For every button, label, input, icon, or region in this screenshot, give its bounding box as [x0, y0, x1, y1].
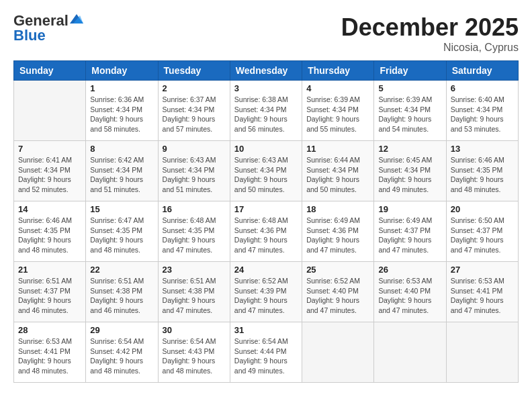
day-info: Sunrise: 6:49 AM Sunset: 4:37 PM Dayligh… [378, 216, 441, 255]
day-number: 14 [18, 204, 81, 214]
calendar-table: SundayMondayTuesdayWednesdayThursdayFrid… [13, 60, 519, 383]
day-number: 2 [163, 83, 226, 93]
day-info: Sunrise: 6:46 AM Sunset: 4:35 PM Dayligh… [18, 216, 81, 255]
calendar-cell: 2Sunrise: 6:37 AM Sunset: 4:34 PM Daylig… [158, 81, 230, 141]
calendar-cell: 28Sunrise: 6:53 AM Sunset: 4:41 PM Dayli… [14, 322, 86, 383]
calendar-cell: 30Sunrise: 6:54 AM Sunset: 4:43 PM Dayli… [158, 322, 230, 383]
day-number: 23 [163, 265, 226, 275]
logo-blue-text: Blue [13, 28, 46, 43]
day-number: 29 [90, 325, 153, 335]
day-number: 25 [306, 265, 369, 275]
day-info: Sunrise: 6:45 AM Sunset: 4:34 PM Dayligh… [378, 155, 441, 195]
calendar-cell: 8Sunrise: 6:42 AM Sunset: 4:34 PM Daylig… [86, 141, 158, 201]
day-number: 19 [378, 204, 441, 214]
calendar-cell: 13Sunrise: 6:46 AM Sunset: 4:35 PM Dayli… [446, 141, 518, 201]
day-number: 26 [378, 265, 441, 275]
calendar-cell: 31Sunrise: 6:54 AM Sunset: 4:44 PM Dayli… [230, 322, 302, 383]
day-info: Sunrise: 6:54 AM Sunset: 4:42 PM Dayligh… [90, 336, 153, 376]
month-title: December 2025 [341, 13, 519, 42]
day-info: Sunrise: 6:40 AM Sunset: 4:34 PM Dayligh… [451, 95, 514, 134]
day-info: Sunrise: 6:52 AM Sunset: 4:40 PM Dayligh… [306, 276, 369, 316]
calendar-cell: 12Sunrise: 6:45 AM Sunset: 4:34 PM Dayli… [374, 141, 446, 201]
column-header-friday: Friday [374, 61, 446, 81]
location: Nicosia, Cyprus [341, 42, 519, 54]
day-number: 6 [451, 83, 514, 93]
logo-icon [70, 14, 83, 25]
day-number: 22 [90, 265, 153, 275]
calendar-cell: 9Sunrise: 6:43 AM Sunset: 4:34 PM Daylig… [158, 141, 230, 201]
calendar-cell: 14Sunrise: 6:46 AM Sunset: 4:35 PM Dayli… [14, 201, 86, 262]
calendar-cell: 6Sunrise: 6:40 AM Sunset: 4:34 PM Daylig… [446, 81, 518, 141]
day-info: Sunrise: 6:38 AM Sunset: 4:34 PM Dayligh… [234, 95, 298, 134]
column-header-sunday: Sunday [14, 61, 86, 81]
day-info: Sunrise: 6:51 AM Sunset: 4:37 PM Dayligh… [18, 276, 81, 316]
day-number: 11 [306, 144, 369, 154]
day-number: 15 [90, 204, 153, 214]
title-block: December 2025 Nicosia, Cyprus [341, 13, 519, 54]
day-number: 30 [163, 325, 226, 335]
day-number: 27 [451, 265, 514, 275]
day-number: 20 [451, 204, 514, 214]
day-number: 28 [18, 325, 81, 335]
calendar-cell: 24Sunrise: 6:52 AM Sunset: 4:39 PM Dayli… [230, 262, 302, 322]
calendar-cell: 7Sunrise: 6:41 AM Sunset: 4:34 PM Daylig… [14, 141, 86, 201]
day-info: Sunrise: 6:51 AM Sunset: 4:38 PM Dayligh… [90, 276, 153, 316]
column-header-thursday: Thursday [302, 61, 374, 81]
day-info: Sunrise: 6:37 AM Sunset: 4:34 PM Dayligh… [163, 95, 226, 134]
day-info: Sunrise: 6:50 AM Sunset: 4:37 PM Dayligh… [451, 216, 514, 255]
day-number: 10 [234, 144, 298, 154]
day-number: 5 [378, 83, 441, 93]
day-info: Sunrise: 6:42 AM Sunset: 4:34 PM Dayligh… [90, 155, 153, 195]
day-info: Sunrise: 6:48 AM Sunset: 4:35 PM Dayligh… [163, 216, 226, 255]
day-number: 13 [451, 144, 514, 154]
calendar-cell: 19Sunrise: 6:49 AM Sunset: 4:37 PM Dayli… [374, 201, 446, 262]
day-number: 8 [90, 144, 153, 154]
page-header: General Blue December 2025 Nicosia, Cypr… [13, 13, 519, 54]
calendar-header-row: SundayMondayTuesdayWednesdayThursdayFrid… [14, 61, 519, 81]
calendar-week-row: 28Sunrise: 6:53 AM Sunset: 4:41 PM Dayli… [14, 322, 519, 383]
day-info: Sunrise: 6:54 AM Sunset: 4:44 PM Dayligh… [234, 336, 298, 376]
column-header-monday: Monday [86, 61, 158, 81]
day-info: Sunrise: 6:44 AM Sunset: 4:34 PM Dayligh… [306, 155, 369, 195]
day-number: 31 [234, 325, 298, 335]
calendar-cell: 15Sunrise: 6:47 AM Sunset: 4:35 PM Dayli… [86, 201, 158, 262]
day-info: Sunrise: 6:52 AM Sunset: 4:39 PM Dayligh… [234, 276, 298, 316]
calendar-cell: 5Sunrise: 6:39 AM Sunset: 4:34 PM Daylig… [374, 81, 446, 141]
day-info: Sunrise: 6:43 AM Sunset: 4:34 PM Dayligh… [163, 155, 226, 195]
column-header-tuesday: Tuesday [158, 61, 230, 81]
day-info: Sunrise: 6:41 AM Sunset: 4:34 PM Dayligh… [18, 155, 81, 195]
day-number: 17 [234, 204, 298, 214]
calendar-cell [14, 81, 86, 141]
day-info: Sunrise: 6:43 AM Sunset: 4:34 PM Dayligh… [234, 155, 298, 195]
logo-general-text: General [13, 13, 69, 28]
day-info: Sunrise: 6:39 AM Sunset: 4:34 PM Dayligh… [306, 95, 369, 134]
calendar-week-row: 7Sunrise: 6:41 AM Sunset: 4:34 PM Daylig… [14, 141, 519, 201]
calendar-cell: 17Sunrise: 6:48 AM Sunset: 4:36 PM Dayli… [230, 201, 302, 262]
calendar-cell: 3Sunrise: 6:38 AM Sunset: 4:34 PM Daylig… [230, 81, 302, 141]
calendar-week-row: 21Sunrise: 6:51 AM Sunset: 4:37 PM Dayli… [14, 262, 519, 322]
calendar-cell: 10Sunrise: 6:43 AM Sunset: 4:34 PM Dayli… [230, 141, 302, 201]
column-header-wednesday: Wednesday [230, 61, 302, 81]
calendar-cell: 25Sunrise: 6:52 AM Sunset: 4:40 PM Dayli… [302, 262, 374, 322]
calendar-week-row: 14Sunrise: 6:46 AM Sunset: 4:35 PM Dayli… [14, 201, 519, 262]
day-number: 21 [18, 265, 81, 275]
calendar-cell: 18Sunrise: 6:49 AM Sunset: 4:36 PM Dayli… [302, 201, 374, 262]
calendar-cell: 20Sunrise: 6:50 AM Sunset: 4:37 PM Dayli… [446, 201, 518, 262]
calendar-cell: 21Sunrise: 6:51 AM Sunset: 4:37 PM Dayli… [14, 262, 86, 322]
calendar-cell: 1Sunrise: 6:36 AM Sunset: 4:34 PM Daylig… [86, 81, 158, 141]
day-number: 9 [163, 144, 226, 154]
day-info: Sunrise: 6:39 AM Sunset: 4:34 PM Dayligh… [378, 95, 441, 134]
day-number: 16 [163, 204, 226, 214]
day-number: 7 [18, 144, 81, 154]
calendar-cell [446, 322, 518, 383]
day-number: 3 [234, 83, 298, 93]
day-info: Sunrise: 6:49 AM Sunset: 4:36 PM Dayligh… [306, 216, 369, 255]
calendar-cell: 23Sunrise: 6:51 AM Sunset: 4:38 PM Dayli… [158, 262, 230, 322]
calendar-cell: 22Sunrise: 6:51 AM Sunset: 4:38 PM Dayli… [86, 262, 158, 322]
calendar-cell: 26Sunrise: 6:53 AM Sunset: 4:40 PM Dayli… [374, 262, 446, 322]
day-info: Sunrise: 6:53 AM Sunset: 4:41 PM Dayligh… [18, 336, 81, 376]
day-info: Sunrise: 6:47 AM Sunset: 4:35 PM Dayligh… [90, 216, 153, 255]
calendar-cell: 4Sunrise: 6:39 AM Sunset: 4:34 PM Daylig… [302, 81, 374, 141]
day-info: Sunrise: 6:53 AM Sunset: 4:40 PM Dayligh… [378, 276, 441, 316]
day-info: Sunrise: 6:46 AM Sunset: 4:35 PM Dayligh… [451, 155, 514, 195]
